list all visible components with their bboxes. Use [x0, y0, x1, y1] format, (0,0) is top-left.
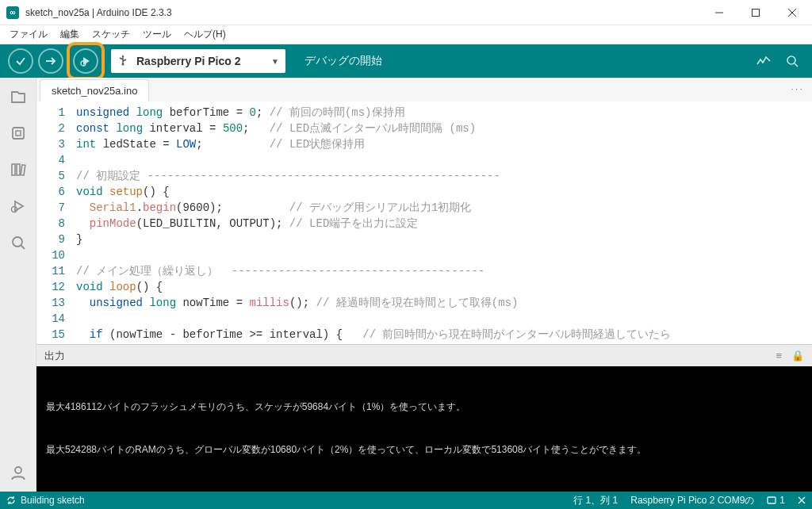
sync-icon[interactable] [6, 496, 16, 505]
upload-button[interactable] [38, 48, 63, 74]
status-building: Building sketch [21, 495, 85, 506]
svg-point-19 [13, 237, 22, 247]
app-icon: ∞ [6, 6, 19, 19]
verify-button[interactable] [8, 48, 33, 74]
status-notifications[interactable]: 1 [767, 495, 785, 506]
svg-rect-16 [21, 165, 25, 175]
editor-tab-bar: sketch_nov25a.ino ··· [36, 78, 812, 101]
menu-file[interactable]: ファイル [3, 26, 54, 43]
svg-marker-9 [122, 55, 124, 57]
svg-line-11 [795, 63, 798, 67]
svg-point-18 [11, 207, 17, 212]
status-bar: Building sketch 行 1、列 1 Raspberry Pi Pic… [0, 492, 812, 509]
output-lock-icon[interactable]: 🔒 [791, 350, 804, 362]
svg-rect-22 [768, 497, 776, 503]
menu-tools[interactable]: ツール [136, 26, 178, 43]
serial-plotter-button[interactable] [752, 49, 776, 73]
svg-point-21 [15, 467, 21, 473]
window-minimize-button[interactable] [701, 0, 737, 25]
sketchbook-icon[interactable] [7, 86, 29, 108]
tab-overflow-button[interactable]: ··· [791, 82, 804, 94]
window-titlebar: ∞ sketch_nov25a | Arduino IDE 2.3.3 [0, 0, 812, 25]
board-name: Raspberry Pi Pico 2 [136, 55, 263, 67]
activity-bar [0, 78, 36, 492]
window-maximize-button[interactable] [737, 0, 774, 25]
menu-bar: ファイル 編集 スケッチ ツール ヘルプ(H) [0, 25, 812, 44]
svg-point-10 [787, 56, 795, 64]
toolbar: Raspberry Pi Pico 2 ▼ デバッグの開始 [0, 44, 812, 78]
svg-line-20 [21, 246, 25, 250]
svg-rect-12 [13, 128, 24, 139]
status-board[interactable]: Raspberry Pi Pico 2 COM9の [630, 494, 754, 507]
debug-button-highlight [67, 42, 105, 80]
serial-monitor-button[interactable] [780, 49, 804, 73]
svg-rect-1 [753, 9, 760, 16]
window-title: sketch_nov25a | Arduino IDE 2.3.3 [25, 7, 701, 18]
status-cursor[interactable]: 行 1、列 1 [573, 494, 618, 507]
chevron-down-icon: ▼ [271, 57, 279, 66]
output-title: 出力 [44, 349, 65, 363]
board-selector[interactable]: Raspberry Pi Pico 2 ▼ [111, 49, 285, 73]
window-close-button[interactable] [774, 0, 810, 25]
output-options-icon[interactable]: ≡ [776, 350, 782, 362]
debug-button[interactable] [73, 48, 98, 74]
debug-start-label: デバッグの開始 [304, 54, 382, 68]
account-icon[interactable] [7, 461, 29, 484]
svg-marker-17 [15, 201, 23, 211]
output-panel-header: 出力 ≡ 🔒 [36, 344, 812, 366]
library-manager-icon[interactable] [7, 159, 29, 181]
usb-icon [117, 55, 128, 68]
output-line: 最大4186112バイトのフラッシュメモリのうち、スケッチが59684バイト（1… [46, 400, 802, 414]
svg-rect-13 [16, 131, 21, 136]
editor-tab[interactable]: sketch_nov25a.ino [40, 79, 149, 101]
menu-sketch[interactable]: スケッチ [86, 26, 136, 43]
search-icon[interactable] [7, 232, 29, 254]
menu-help[interactable]: ヘルプ(H) [178, 26, 232, 43]
boards-manager-icon[interactable] [7, 122, 29, 144]
svg-rect-14 [12, 164, 15, 175]
code-editor[interactable]: 1unsigned long beforTime = 0; // 前回の時間(m… [36, 101, 812, 344]
debug-panel-icon[interactable] [7, 195, 29, 217]
status-close-icon[interactable] [798, 496, 806, 504]
output-line: 最大524288バイトのRAMのうち、グローバル変数が10680バイト（2%）を… [46, 442, 802, 457]
svg-rect-15 [17, 164, 20, 175]
output-panel[interactable]: 最大4186112バイトのフラッシュメモリのうち、スケッチが59684バイト（1… [36, 366, 812, 492]
menu-edit[interactable]: 編集 [54, 26, 86, 43]
